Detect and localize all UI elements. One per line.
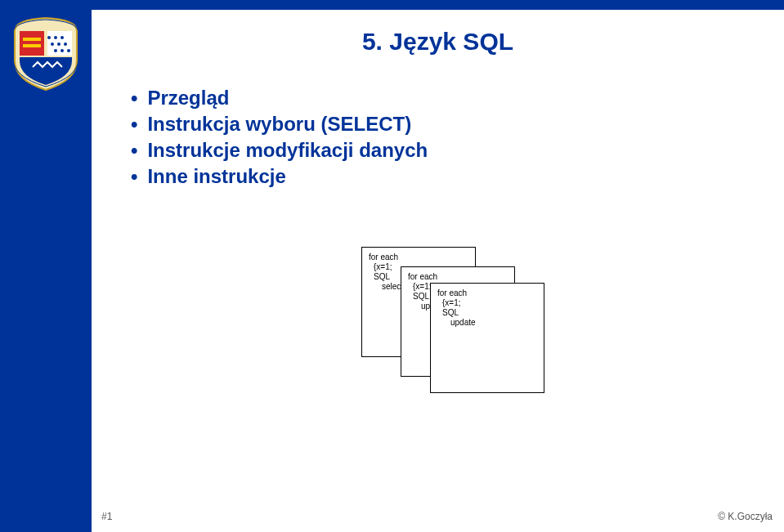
bullet-label: Przegląd: [147, 87, 229, 110]
svg-point-8: [54, 49, 57, 52]
code-line: for each: [369, 253, 468, 262]
bullet-label: Instrukcja wyboru (SELECT): [147, 113, 411, 136]
svg-point-3: [54, 36, 57, 39]
university-crest-logo: [8, 15, 83, 92]
code-line: {x=1;: [442, 298, 537, 308]
svg-point-7: [64, 42, 67, 46]
bullet-icon: •: [131, 165, 137, 188]
bullet-label: Instrukcje modyfikacji danych: [147, 139, 428, 162]
svg-point-2: [47, 36, 51, 39]
svg-rect-11: [23, 38, 41, 41]
list-item: • Inne instrukcje: [131, 165, 784, 188]
slide-title: 5. Język SQL: [92, 28, 784, 56]
svg-point-4: [60, 36, 64, 39]
bullet-icon: •: [131, 87, 137, 110]
code-line: SQL: [442, 308, 537, 318]
list-item: • Instrukcja wyboru (SELECT): [131, 113, 784, 136]
slide-number: #1: [101, 511, 112, 522]
svg-point-10: [67, 49, 70, 52]
bullet-label: Inne instrukcje: [147, 165, 285, 188]
svg-point-5: [51, 42, 54, 46]
list-item: • Przegląd: [131, 87, 784, 110]
svg-point-9: [60, 49, 64, 52]
code-line: for each: [437, 288, 537, 298]
code-line: update: [450, 318, 537, 328]
code-box: for each {x=1; SQL update: [430, 283, 544, 393]
svg-rect-0: [20, 31, 44, 56]
header-bar: [0, 0, 784, 10]
copyright: © K.Goczyła: [718, 511, 773, 522]
svg-point-6: [57, 42, 60, 46]
code-box-stack: for each {x=1; SQL select for each {x=1;…: [361, 247, 549, 386]
slide-footer: #1 © K.Goczyła: [101, 511, 773, 522]
bullet-icon: •: [131, 113, 137, 136]
bullet-icon: •: [131, 139, 137, 162]
code-line: for each: [408, 272, 508, 282]
list-item: • Instrukcje modyfikacji danych: [131, 139, 784, 162]
slide-content: 5. Język SQL • Przegląd • Instrukcja wyb…: [92, 10, 784, 532]
svg-rect-12: [23, 44, 41, 47]
bullet-list: • Przegląd • Instrukcja wyboru (SELECT) …: [131, 87, 784, 188]
